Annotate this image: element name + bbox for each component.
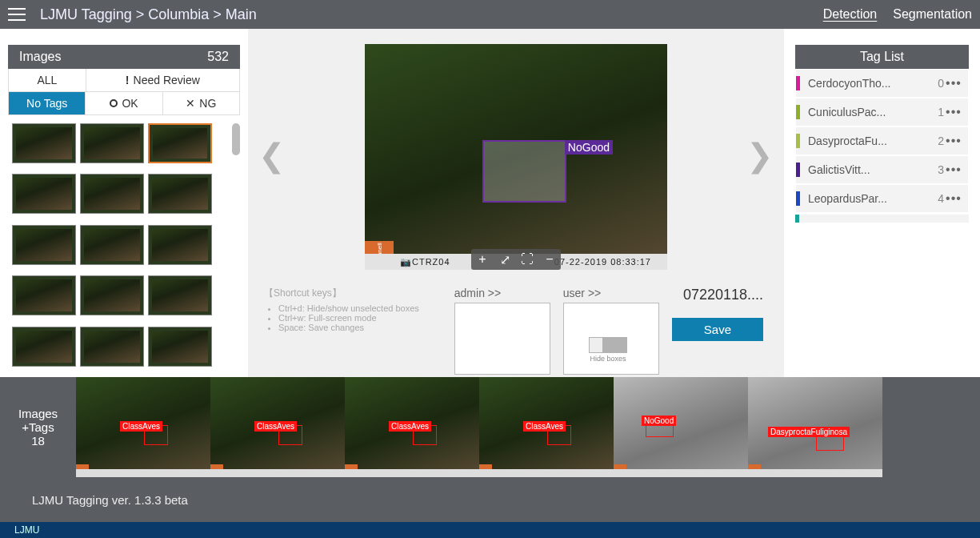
more-icon[interactable]: ••• [944, 134, 963, 148]
strip-tag-label: NoGood [642, 416, 676, 426]
more-icon[interactable]: ••• [944, 105, 963, 119]
save-button[interactable]: Save [672, 318, 763, 341]
thumbnail[interactable] [148, 174, 212, 214]
strip-image [614, 377, 748, 477]
thumbnail-grid[interactable] [8, 123, 240, 373]
tag-color-icon [796, 134, 800, 148]
thumbnail[interactable] [148, 275, 212, 315]
tag-key: 2 [928, 134, 944, 147]
strip-tag-label: ClassAves [254, 421, 297, 432]
strip-timestamp-bar [748, 469, 882, 477]
menu-icon[interactable] [8, 6, 26, 23]
images-panel: Images 532 ALL !Need Review No Tags OK ✕… [0, 29, 248, 377]
strip-tag-label: ClassAves [523, 421, 566, 432]
tag-key: 1 [928, 106, 944, 118]
fit-icon[interactable]: ⤢ [494, 249, 516, 270]
tag-color-icon [796, 163, 800, 177]
image-filename: 07220118.... [683, 287, 763, 303]
exclamation-icon: ! [126, 74, 130, 86]
images-panel-header: Images 532 [8, 45, 240, 69]
thumbnail[interactable] [148, 327, 212, 367]
tag-row[interactable]: CuniculusPac... 1 ••• [796, 98, 968, 126]
thumbnail[interactable] [12, 327, 76, 367]
thumbnail[interactable] [12, 225, 76, 265]
x-icon: ✕ [186, 97, 195, 110]
next-image-arrow[interactable]: ❯ [736, 137, 784, 174]
taglist-panel: Tag List CerdocyonTho... 0 ••• Cuniculus… [784, 29, 980, 377]
more-icon[interactable]: ••• [944, 191, 963, 206]
tag-row[interactable]: CerdocyonTho... 0 ••• [796, 70, 968, 97]
strip-timestamp-bar [345, 469, 479, 477]
image-viewer[interactable]: NoGood Bushnell 📷CTRZ04 07-22-2019 08:33… [365, 44, 667, 270]
filter-all[interactable]: ALL [9, 69, 86, 91]
strip-item[interactable]: DasyproctaFuliginosa [748, 377, 882, 477]
strip-item[interactable]: ClassAves [345, 377, 479, 477]
filter-no-tags[interactable]: No Tags [9, 92, 86, 114]
thumbnail-selected[interactable] [148, 123, 212, 163]
tag-row[interactable]: GalictisVitt... 3 ••• [796, 156, 968, 183]
thumbnail[interactable] [148, 225, 212, 265]
breadcrumb: LJMU Tagging > Columbia > Main [40, 6, 823, 23]
tag-name: GalictisVitt... [808, 163, 928, 176]
tag-color-icon [796, 191, 800, 206]
tag-name: CerdocyonTho... [808, 77, 928, 90]
tag-key: 0 [928, 77, 944, 90]
images-count: 532 [207, 50, 229, 64]
fullscreen-icon[interactable]: ⛶ [516, 249, 538, 270]
nav-detection[interactable]: Detection [823, 7, 878, 22]
strip-item[interactable]: ClassAves [76, 377, 210, 477]
admin-note-input[interactable] [454, 303, 550, 375]
thumbnail[interactable] [12, 174, 76, 214]
tag-name: LeopardusPar... [808, 192, 928, 205]
tag-key: 3 [928, 163, 944, 176]
zoom-in-icon[interactable]: + [471, 249, 494, 270]
prev-image-arrow[interactable]: ❮ [248, 137, 296, 174]
tag-row[interactable]: LeopardusPar... 4 ••• [796, 185, 968, 212]
tagged-strip: Images +Tags 18 ClassAves ClassAves Clas… [0, 377, 980, 477]
tag-key: 4 [928, 192, 944, 205]
hide-boxes-toggle[interactable]: Hide boxes [589, 337, 627, 363]
viewer-controls: + ⤢ ⛶ − [471, 249, 561, 270]
tag-name: CuniculusPac... [808, 106, 928, 118]
shortcut-item: Ctrl+w: Full-screen mode [278, 313, 442, 323]
thumbnail[interactable] [12, 275, 76, 315]
bounding-box[interactable]: NoGood [482, 140, 566, 203]
admin-note-label: admin >> [454, 287, 550, 299]
strip-timestamp-bar [479, 469, 614, 477]
filter-ng[interactable]: ✕NG [163, 92, 239, 114]
shortcut-item: Space: Save changes [278, 323, 442, 332]
strip-tag-label: ClassAves [389, 421, 431, 432]
thumbnail[interactable] [80, 174, 144, 214]
strip-item[interactable]: ClassAves [210, 377, 345, 477]
timestamp: 07-22-2019 08:33:17 [554, 257, 651, 267]
tag-name: DasyproctaFu... [808, 134, 928, 147]
thumbnail[interactable] [80, 123, 144, 163]
filter-need-review[interactable]: !Need Review [86, 69, 239, 91]
tag-row[interactable]: DasyproctaFu... 2 ••• [796, 127, 968, 155]
circle-icon [110, 99, 118, 107]
user-note-label: user >> [563, 287, 659, 299]
strip-item[interactable]: NoGood [614, 377, 748, 477]
more-icon[interactable]: ••• [944, 163, 963, 177]
thumbnail[interactable] [80, 327, 144, 367]
thumbnail[interactable] [80, 225, 144, 265]
taglist-header: Tag List [795, 45, 969, 69]
strip-tag-label: DasyproctaFuliginosa [768, 427, 850, 437]
strip-item[interactable]: ClassAves [479, 377, 614, 477]
thumbnail[interactable] [80, 275, 144, 315]
strip-scroll[interactable]: ClassAves ClassAves ClassAves ClassAves … [76, 377, 980, 477]
zoom-out-icon[interactable]: − [538, 249, 561, 270]
footer-org: LJMU [0, 522, 980, 538]
bbox-label: NoGood [565, 140, 613, 155]
taglist-title: Tag List [860, 50, 904, 64]
more-icon[interactable]: ••• [944, 76, 963, 90]
thumbnail[interactable] [12, 123, 76, 163]
filter-ok[interactable]: OK [86, 92, 162, 114]
top-header: LJMU Tagging > Columbia > Main Detection… [0, 0, 980, 29]
tag-color-icon [796, 76, 800, 90]
strip-timestamp-bar [614, 469, 748, 477]
scrollbar-thumb[interactable] [232, 123, 240, 155]
nav-segmentation[interactable]: Segmentation [893, 7, 972, 22]
strip-label: Images +Tags 18 [0, 377, 76, 477]
shortcut-help: 【Shortcut keys】 Ctrl+d: Hide/show unsele… [264, 287, 442, 332]
